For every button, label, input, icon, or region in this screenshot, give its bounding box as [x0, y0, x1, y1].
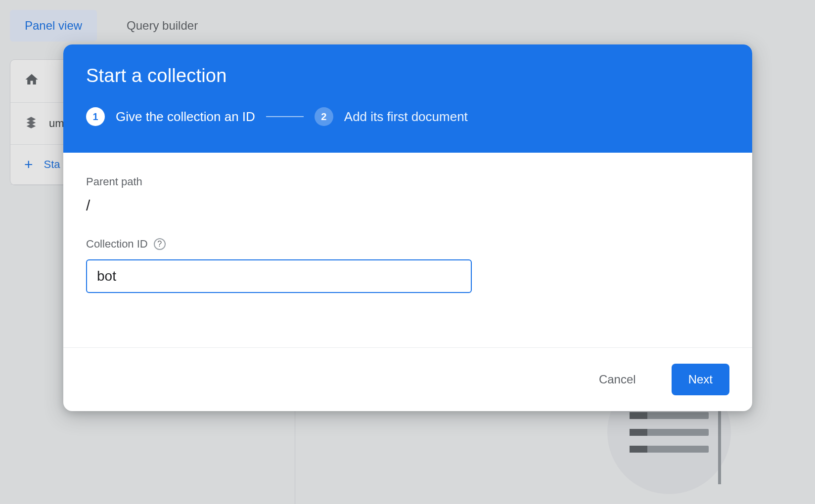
next-button[interactable]: Next	[672, 364, 729, 395]
step-1-label: Give the collection an ID	[116, 109, 255, 125]
collection-id-input[interactable]	[86, 259, 472, 293]
step-2-number: 2	[315, 107, 333, 126]
dialog-title: Start a collection	[86, 65, 729, 86]
start-collection-dialog: Start a collection 1 Give the collection…	[63, 44, 752, 411]
step-2-label: Add its first document	[344, 109, 468, 125]
step-1-number: 1	[86, 107, 105, 126]
parent-path-label: Parent path	[86, 175, 729, 188]
collection-id-group: Collection ID ?	[86, 238, 729, 293]
step-connector	[266, 116, 304, 117]
help-icon[interactable]: ?	[154, 238, 166, 250]
dialog-header: Start a collection 1 Give the collection…	[63, 44, 752, 153]
step-2: 2 Add its first document	[315, 107, 468, 126]
parent-path-group: Parent path /	[86, 175, 729, 214]
parent-path-value: /	[86, 197, 729, 214]
step-1: 1 Give the collection an ID	[86, 107, 255, 126]
cancel-button[interactable]: Cancel	[582, 364, 653, 395]
dialog-body: Parent path / Collection ID ?	[63, 153, 752, 347]
stepper: 1 Give the collection an ID 2 Add its fi…	[86, 107, 729, 126]
collection-id-label: Collection ID	[86, 238, 148, 251]
dialog-footer: Cancel Next	[63, 347, 752, 411]
